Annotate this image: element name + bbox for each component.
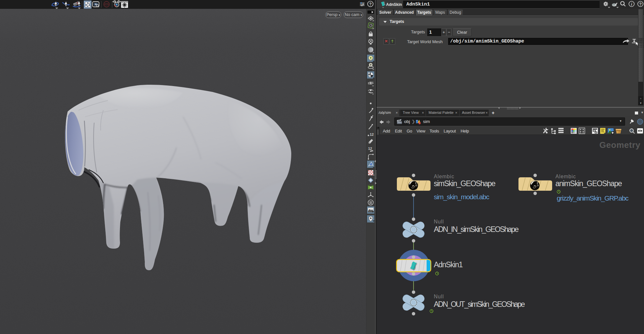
svg-text:simSkin_GEOShape: simSkin_GEOShape xyxy=(434,179,496,188)
svg-text:i: i xyxy=(631,2,632,7)
svg-text:Alembic: Alembic xyxy=(555,174,576,179)
svg-text:ADN_OUT_simSkin_GEOShape: ADN_OUT_simSkin_GEOShape xyxy=(434,300,525,308)
svg-text:Null: Null xyxy=(434,219,444,224)
svg-text:AdnSkin1: AdnSkin1 xyxy=(434,260,463,269)
svg-text:Null: Null xyxy=(434,294,444,299)
svg-text:grizzly_animSkin_GRP.abc: grizzly_animSkin_GRP.abc xyxy=(557,194,629,202)
svg-text:?: ? xyxy=(639,2,642,7)
svg-text:Alembic: Alembic xyxy=(434,174,454,179)
svg-text:sim_skin_model.abc: sim_skin_model.abc xyxy=(434,193,489,201)
svg-text:12: 12 xyxy=(368,147,372,150)
svg-text:?: ? xyxy=(369,2,372,7)
svg-text:ADN_IN_simSkin_GEOShape: ADN_IN_simSkin_GEOShape xyxy=(434,225,519,234)
svg-text:12: 12 xyxy=(370,132,374,136)
svg-text:animSkin_GEOShape: animSkin_GEOShape xyxy=(555,179,622,188)
